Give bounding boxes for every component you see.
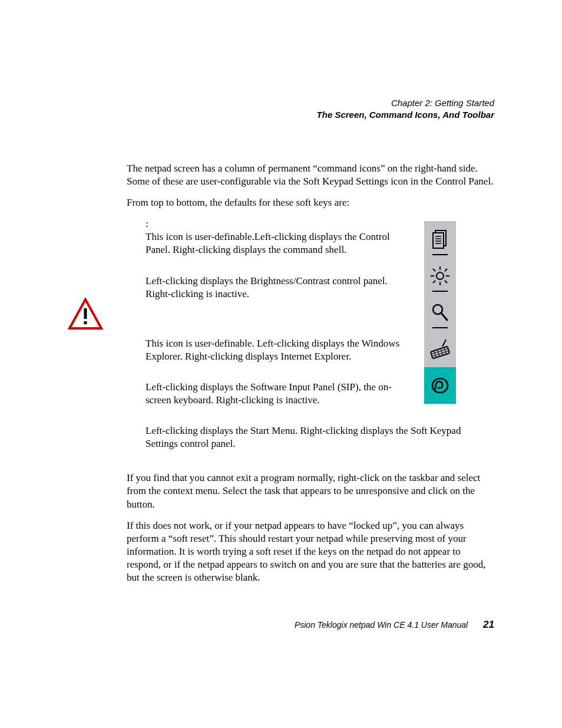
body-text: The netpad screen has a column of perman… xyxy=(127,162,495,592)
softkey-item-keyboard: Left-clicking displays the Software Inpu… xyxy=(146,381,401,407)
softkey-desc: Left-clicking displays the Brightness/Co… xyxy=(146,275,401,301)
manual-page: Chapter 2: Getting Started The Screen, C… xyxy=(0,0,562,728)
softkey-desc: Left-clicking displays the Start Menu. R… xyxy=(146,424,495,450)
intro-para-2: From top to bottom, the defaults for the… xyxy=(127,196,495,209)
intro-para-1: The netpad screen has a column of perman… xyxy=(127,162,495,188)
chapter-line: Chapter 2: Getting Started xyxy=(317,97,494,109)
softkey-desc: This icon is user-definable. Left-clicki… xyxy=(146,337,401,363)
running-header: Chapter 2: Getting Started The Screen, C… xyxy=(317,97,494,121)
softkey-desc: Left-clicking displays the Software Inpu… xyxy=(146,381,401,407)
trouble-para-2: If this does not work, or if your netpad… xyxy=(127,519,495,584)
softkey-item-explorer: This icon is user-definable. Left-clicki… xyxy=(146,337,401,363)
section-line: The Screen, Command Icons, And Toolbar xyxy=(317,109,494,121)
trouble-para-1: If you find that you cannot exit a progr… xyxy=(127,472,495,510)
svg-rect-1 xyxy=(84,308,87,319)
softkey-desc: This icon is user-definable.Left-clickin… xyxy=(146,230,401,256)
softkey-item-start: Left-clicking displays the Start Menu. R… xyxy=(146,424,495,450)
page-number: 21 xyxy=(483,619,494,630)
softkey-item-system: : This icon is user-definable.Left-click… xyxy=(146,218,401,256)
page-footer: Psion Teklogix netpad Win CE 4.1 User Ma… xyxy=(295,619,494,631)
manual-title: Psion Teklogix netpad Win CE 4.1 User Ma… xyxy=(295,620,468,630)
svg-rect-2 xyxy=(84,321,87,324)
softkey-list: : This icon is user-definable.Left-click… xyxy=(146,218,401,450)
softkey-item-backlight: Left-clicking displays the Brightness/Co… xyxy=(146,275,401,301)
warning-icon xyxy=(68,298,103,330)
